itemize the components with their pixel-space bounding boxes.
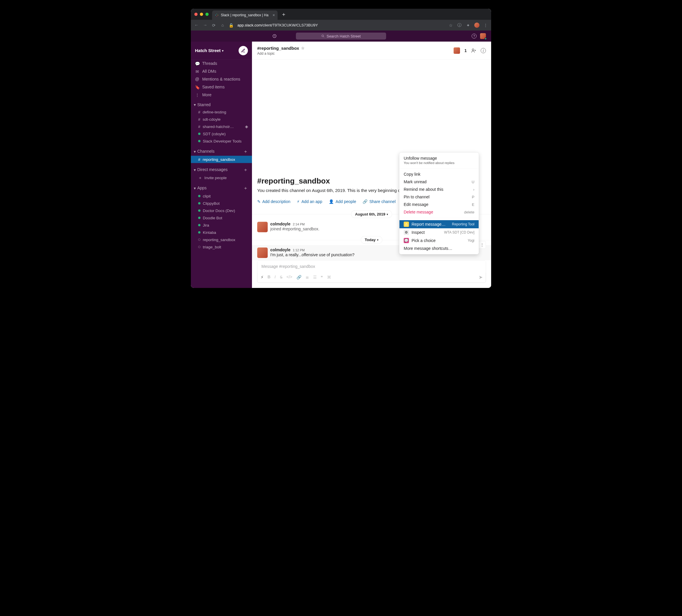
- star-icon[interactable]: ☆: [301, 46, 304, 51]
- search-input[interactable]: Search Hatch Street: [296, 32, 386, 40]
- italic-icon[interactable]: I: [275, 275, 276, 280]
- add-description-link[interactable]: ✎Add description: [257, 199, 290, 204]
- composer-input[interactable]: [257, 261, 486, 273]
- blockquote-icon[interactable]: ❝: [321, 275, 323, 280]
- app-item[interactable]: Kintaba: [191, 229, 252, 236]
- date-pill[interactable]: August 6th, 2019▾: [351, 210, 392, 218]
- browser-tab[interactable]: Slack | reporting_sandbox | Ha ×: [212, 10, 278, 20]
- menu-mark-unread[interactable]: Mark unreadU: [400, 178, 479, 186]
- section-dms[interactable]: ▾Direct messages ＋: [191, 165, 252, 174]
- new-tab-button[interactable]: ＋: [281, 11, 286, 18]
- menu-inspect[interactable]: ⚙︎Inspect WTA SDT [CD Dev]: [400, 228, 479, 236]
- reload-button[interactable]: ⟳: [211, 23, 217, 28]
- browser-menu-icon[interactable]: ⋮: [483, 23, 488, 28]
- add-app-link[interactable]: ⚡︎Add an app: [297, 199, 322, 204]
- help-icon[interactable]: ?: [472, 34, 477, 39]
- sidebar: Hatch Street ▾ 💬Threads ✉︎All DMs @Menti…: [191, 42, 252, 288]
- shortcuts-icon[interactable]: ⚡︎: [261, 275, 264, 280]
- url-text[interactable]: app.slack.com/client/T9TK3CUKW/CLS73BU9Y: [237, 23, 445, 28]
- menu-more-shortcuts[interactable]: More message shortcuts…: [400, 244, 479, 252]
- code-icon[interactable]: </>: [287, 275, 292, 280]
- nav-threads[interactable]: 💬Threads: [191, 60, 252, 68]
- section-channels[interactable]: ▾Channels ＋: [191, 147, 252, 156]
- strike-icon[interactable]: S̶: [280, 275, 282, 280]
- workspace-switcher[interactable]: Hatch Street ▾: [195, 48, 224, 53]
- compose-button[interactable]: [238, 46, 248, 55]
- menu-report-message[interactable]: ⚠︎Report message… Reporting Tool: [400, 220, 479, 228]
- message-author[interactable]: colmdoyle: [270, 247, 290, 252]
- chevron-right-icon: ›: [473, 187, 474, 192]
- starred-item[interactable]: Slack Developer Tools: [191, 138, 252, 145]
- menu-delete[interactable]: Delete messagedelete: [400, 209, 479, 216]
- home-button[interactable]: ⌂: [220, 23, 225, 28]
- add-app-button[interactable]: ＋: [243, 185, 248, 191]
- starred-item[interactable]: SDT (cdoyle): [191, 130, 252, 138]
- message-time: 2:14 PM: [293, 222, 304, 226]
- extensions-icon[interactable]: ✦: [465, 23, 471, 28]
- add-channel-button[interactable]: ＋: [243, 148, 248, 155]
- app-item[interactable]: Jira: [191, 222, 252, 229]
- channel-title[interactable]: #reporting_sandbox ☆: [257, 46, 304, 51]
- message-more-actions[interactable]: ⋮: [478, 241, 486, 249]
- app-item[interactable]: triage_bolt: [191, 243, 252, 251]
- message-author[interactable]: colmdoyle: [270, 222, 290, 227]
- avatar[interactable]: [257, 247, 268, 258]
- app-item[interactable]: Doodle Bot: [191, 214, 252, 222]
- ordered-list-icon[interactable]: ≣: [305, 275, 309, 280]
- add-dm-button[interactable]: ＋: [243, 167, 248, 173]
- nav-all-dms[interactable]: ✉︎All DMs: [191, 68, 252, 75]
- channel-topic[interactable]: Add a topic: [257, 51, 304, 55]
- codeblock-icon[interactable]: ⌘: [327, 275, 331, 280]
- bold-icon[interactable]: B: [268, 275, 271, 280]
- section-starred[interactable]: ▾Starred: [191, 101, 252, 109]
- window-minimize[interactable]: [200, 13, 203, 16]
- invite-people[interactable]: ＋Invite people: [191, 174, 252, 182]
- avatar[interactable]: [257, 222, 268, 232]
- app-item[interactable]: reporting_sandbox: [191, 236, 252, 243]
- starred-item[interactable]: #shared-hatchstr…◈: [191, 123, 252, 130]
- app-item[interactable]: ClippyBot: [191, 200, 252, 207]
- link-icon[interactable]: 🔗: [296, 275, 302, 280]
- add-people-link[interactable]: 👤Add people: [329, 199, 356, 204]
- bookmark-star-icon[interactable]: ☆: [448, 23, 453, 28]
- menu-remind[interactable]: Remind me about this›: [400, 186, 479, 193]
- gear-icon: ⚙︎: [404, 230, 409, 235]
- menu-pin[interactable]: Pin to channelP: [400, 193, 479, 201]
- forward-button[interactable]: →: [203, 23, 208, 28]
- history-icon[interactable]: [272, 34, 277, 39]
- add-people-icon[interactable]: [471, 48, 476, 53]
- details-icon[interactable]: i: [481, 48, 486, 53]
- starred-item[interactable]: #sdt-cdoyle: [191, 116, 252, 123]
- formatting-toolbar: ⚡︎ B I S̶ </> 🔗 ≣ ☰ ❝ ⌘ ➤: [257, 273, 486, 283]
- chevron-down-icon: ▾: [222, 49, 224, 52]
- bullet-list-icon[interactable]: ☰: [313, 275, 317, 280]
- starred-item[interactable]: #define-testing: [191, 109, 252, 116]
- share-channel-link[interactable]: 🔗Share channel: [363, 199, 396, 204]
- threads-icon: 💬: [195, 61, 199, 66]
- lock-icon: 🔒: [229, 23, 234, 28]
- app-item[interactable]: clipit: [191, 192, 252, 200]
- channel-item-reporting-sandbox[interactable]: #reporting_sandbox: [191, 156, 252, 163]
- member-count: 1: [464, 48, 467, 53]
- nav-saved[interactable]: 🔖Saved items: [191, 83, 252, 91]
- send-button[interactable]: ➤: [479, 274, 483, 280]
- back-button[interactable]: ←: [194, 23, 199, 28]
- menu-pick-choice[interactable]: 💬Pick a choice Yogi: [400, 236, 479, 244]
- info-icon[interactable]: ⓘ: [457, 22, 462, 28]
- person-plus-icon: 👤: [329, 199, 334, 204]
- menu-edit[interactable]: Edit messageE: [400, 201, 479, 209]
- date-pill[interactable]: Today▾: [361, 236, 382, 244]
- window-maximize[interactable]: [205, 13, 209, 16]
- nav-mentions[interactable]: @Mentions & reactions: [191, 75, 252, 83]
- tab-close-icon[interactable]: ×: [273, 13, 275, 18]
- menu-unfollow[interactable]: Unfollow message You won't be notified a…: [400, 155, 479, 167]
- message-time: 1:12 PM: [293, 248, 304, 252]
- member-avatar[interactable]: [454, 47, 460, 54]
- profile-avatar[interactable]: [474, 23, 479, 28]
- message-composer[interactable]: ⚡︎ B I S̶ </> 🔗 ≣ ☰ ❝ ⌘ ➤: [257, 260, 486, 283]
- nav-more[interactable]: ⋮More: [191, 91, 252, 99]
- menu-copy-link[interactable]: Copy link: [400, 171, 479, 178]
- app-item[interactable]: Doctor Docs (Dev): [191, 207, 252, 214]
- window-close[interactable]: [195, 13, 198, 16]
- section-apps[interactable]: ▾Apps ＋: [191, 184, 252, 192]
